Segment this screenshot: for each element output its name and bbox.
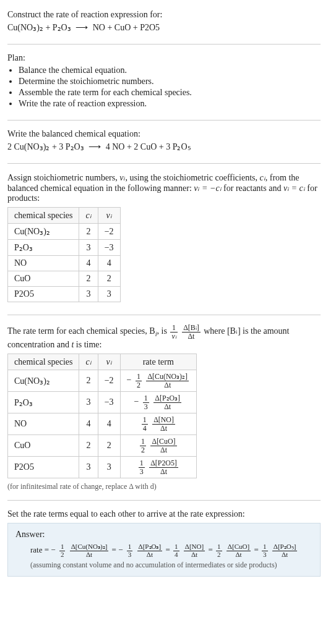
col-header: chemical species xyxy=(8,208,79,224)
rate-term-section: The rate term for each chemical species,… xyxy=(7,319,321,496)
plan-list: Balance the chemical equation. Determine… xyxy=(19,66,321,109)
frac-num: Δ[CuO] xyxy=(227,543,251,551)
col-header: νᵢ xyxy=(98,354,120,370)
divider xyxy=(7,315,321,315)
frac-num: Δ[P2O5] xyxy=(149,459,178,468)
frac-num: Δ[P₂O₃] xyxy=(153,394,181,403)
frac-num: Δ[Cu(NO₃)₂] xyxy=(146,373,189,381)
col-header: rate term xyxy=(120,354,196,370)
col-header: chemical species xyxy=(8,354,79,370)
cell-species: CuO xyxy=(8,435,79,457)
cell-species: P₂O₃ xyxy=(8,240,79,256)
cell-c: 2 xyxy=(79,271,98,287)
frac-den: Δt xyxy=(149,468,178,476)
cell-rate: 12 Δ[CuO]Δt xyxy=(120,435,196,457)
cell-rate: 14 Δ[NO]Δt xyxy=(120,413,196,435)
frac-num: 1 xyxy=(136,373,142,381)
frac-num: Δ[Cu(NO₃)₂] xyxy=(70,543,109,551)
frac-num: 1 xyxy=(216,543,222,551)
cell-nu: −3 xyxy=(98,240,120,256)
frac-num: Δ[NO] xyxy=(184,543,205,551)
relation: νᵢ = cᵢ xyxy=(283,184,305,193)
table-row: Cu(NO₃)₂ 2 −2 − 12 Δ[Cu(NO₃)₂]Δt xyxy=(8,370,197,392)
fraction: Δ[Bᵢ] Δt xyxy=(182,324,201,340)
frac-den: 3 xyxy=(143,403,149,411)
prompt-rhs: NO + CuO + P2O5 xyxy=(93,23,160,32)
frac-num: 1 xyxy=(59,543,66,551)
table-row: NO 4 4 14 Δ[NO]Δt xyxy=(8,413,197,435)
cell-species: P2O5 xyxy=(8,457,79,478)
fraction: Δ[P2O5]Δt xyxy=(149,459,178,475)
frac-den: Δt xyxy=(153,403,181,411)
cell-rate: − 13 Δ[P₂O₃]Δt xyxy=(120,392,196,413)
cell-nu: 3 xyxy=(98,457,120,478)
frac-den: Δt xyxy=(146,381,189,389)
rate-term-text: The rate term for each chemical species,… xyxy=(7,324,321,350)
cell-c: 2 xyxy=(79,370,98,392)
prompt-lhs: Cu(NO₃)₂ + P₂O₃ xyxy=(7,23,71,32)
fraction: Δ[Cu(NO₃)₂]Δt xyxy=(70,543,109,558)
plan-heading: Plan: xyxy=(7,53,321,63)
frac-num: 1 xyxy=(262,543,268,551)
cell-c: 4 xyxy=(79,256,98,271)
frac-den: 4 xyxy=(173,551,179,559)
frac-num: 1 xyxy=(143,394,149,403)
assign-section: Assign stoichiometric numbers, νᵢ, using… xyxy=(7,167,321,311)
fraction: 1 νᵢ xyxy=(170,324,177,340)
divider xyxy=(7,120,321,121)
equals: = xyxy=(112,545,119,554)
cell-species: P₂O₃ xyxy=(8,392,79,413)
col-header: cᵢ xyxy=(79,208,98,224)
cell-rate: − 12 Δ[Cu(NO₃)₂]Δt xyxy=(120,370,196,392)
equals: = xyxy=(208,545,215,554)
table-row: P2O5 3 3 13 Δ[P2O5]Δt xyxy=(8,457,197,478)
frac-num: 1 xyxy=(142,416,148,425)
frac-num: 1 xyxy=(139,459,145,468)
frac-den: 4 xyxy=(142,425,148,433)
frac-den: 3 xyxy=(139,468,145,476)
fraction: Δ[CuO]Δt xyxy=(150,438,176,454)
cell-c: 3 xyxy=(79,392,98,413)
text: for reactants and xyxy=(222,184,283,193)
balanced-rhs: 4 NO + 2 CuO + 3 P₂O₅ xyxy=(106,142,191,151)
cell-nu: 2 xyxy=(98,271,120,287)
fraction: 13 xyxy=(127,543,133,558)
c-symbol: cᵢ xyxy=(260,173,265,182)
frac-den: Δt xyxy=(150,446,176,454)
balanced-equation: 2 Cu(NO₃)₂ + 3 P₂O₃ ⟶ 4 NO + 2 CuO + 3 P… xyxy=(7,142,321,152)
table-row: Cu(NO₃)₂ 2 −2 xyxy=(8,224,121,240)
assign-text: Assign stoichiometric numbers, νᵢ, using… xyxy=(7,172,321,203)
fraction: Δ[P₂O₃]Δt xyxy=(153,394,181,410)
frac-den: Δt xyxy=(272,551,298,559)
balanced-lhs: 2 Cu(NO₃)₂ + 3 P₂O₃ xyxy=(7,142,84,151)
frac-den: Δt xyxy=(227,551,251,559)
frac-num: Δ[P₂O₃] xyxy=(137,543,163,551)
cell-c: 3 xyxy=(79,287,98,302)
cell-c: 4 xyxy=(79,413,98,435)
fraction: 13 xyxy=(143,394,149,410)
frac-den: 3 xyxy=(262,551,268,559)
balanced-heading: Write the balanced chemical equation: xyxy=(7,129,321,139)
text: , using the stoichiometric coefficients, xyxy=(125,173,259,182)
fraction: Δ[NO]Δt xyxy=(184,543,205,558)
fraction: 12 xyxy=(140,438,146,454)
frac-den: Δt xyxy=(184,551,205,559)
frac-den: Δt xyxy=(70,551,109,559)
balanced-section: Write the balanced chemical equation: 2 … xyxy=(7,124,321,159)
minus-sign: − xyxy=(127,375,132,384)
fraction: Δ[P₂O₃]Δt xyxy=(137,543,163,558)
frac-num: Δ[P₂O₅] xyxy=(272,543,298,551)
cell-species: Cu(NO₃)₂ xyxy=(8,370,79,392)
fraction: 14 xyxy=(142,416,148,432)
frac-den: Δt xyxy=(137,551,163,559)
answer-label: Answer: xyxy=(15,530,313,540)
plan-item: Balance the chemical equation. xyxy=(19,66,321,75)
prompt-line: Construct the rate of reaction expressio… xyxy=(7,10,321,20)
fraction: Δ[NO]Δt xyxy=(152,416,175,432)
cell-nu: −2 xyxy=(98,224,120,240)
table-row: P₂O₃ 3 −3 − 13 Δ[P₂O₃]Δt xyxy=(8,392,197,413)
equals: = xyxy=(254,545,261,554)
frac-den: 2 xyxy=(59,551,66,559)
cell-species: NO xyxy=(8,413,79,435)
arrow-icon: ⟶ xyxy=(86,142,103,151)
